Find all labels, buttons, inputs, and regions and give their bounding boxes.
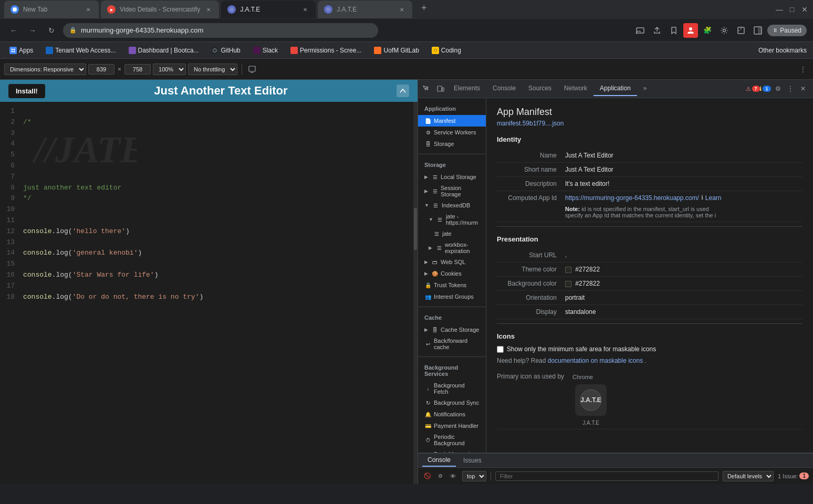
tab-sources[interactable]: Sources xyxy=(522,81,558,96)
sidebar-bg-fetch[interactable]: ↓ Background Fetch xyxy=(418,380,486,397)
devtools-more-icon[interactable]: ⋮ xyxy=(785,83,796,94)
dimensions-select[interactable]: Dimensions: Responsive xyxy=(4,64,86,75)
sidebar-push-messaging[interactable]: 📨 Push Messaging xyxy=(418,448,486,453)
bookmark-permissions[interactable]: Permissions - Scree... xyxy=(287,46,364,55)
device-toolbar-icon[interactable] xyxy=(246,64,258,75)
screencastify-close[interactable]: ✕ xyxy=(204,5,213,14)
clear-console-icon[interactable]: 🚫 xyxy=(422,471,433,481)
sidebar-payment-label: Payment Handler xyxy=(434,423,478,429)
minimize-button[interactable]: — xyxy=(775,5,784,14)
bookmark-icon[interactable] xyxy=(666,23,681,38)
maskable-icons-link[interactable]: documentation on maskable icons xyxy=(548,357,643,364)
width-input[interactable] xyxy=(88,64,114,75)
sidebar-indexeddb[interactable]: ▼ ☰ IndexedDB xyxy=(418,200,486,211)
tab-newtab[interactable]: New Tab ✕ xyxy=(4,1,99,18)
newtab-close[interactable]: ✕ xyxy=(84,5,92,14)
settings-gear-icon[interactable]: ⚙ xyxy=(772,83,784,94)
inspect-icon[interactable] xyxy=(420,83,432,94)
code-line-7 xyxy=(23,172,203,183)
sidebar-service-workers[interactable]: ⚙ Service Workers xyxy=(418,127,486,138)
sidebar-jate-store[interactable]: ☰ jate xyxy=(418,228,486,239)
default-levels-select[interactable]: Default levels xyxy=(723,471,774,481)
tab-elements[interactable]: Elements xyxy=(447,81,486,96)
jate1-close[interactable]: ✕ xyxy=(301,5,309,14)
dock-icon[interactable] xyxy=(751,23,765,38)
sidebar-local-storage[interactable]: ▶ ☰ Local Storage xyxy=(418,171,486,183)
devtools-close-icon[interactable]: ✕ xyxy=(797,83,809,94)
puzzle-icon[interactable] xyxy=(734,23,748,38)
warnings-badge-container[interactable]: ℹ 1 xyxy=(759,83,771,94)
computed-app-id-link[interactable]: https://murmuring-gorge-64335.herokuapp.… xyxy=(565,194,699,202)
zoom-select[interactable]: 100% xyxy=(153,64,186,75)
sidebar-bg-sync[interactable]: ↻ Background Sync xyxy=(418,397,486,408)
cast-icon[interactable] xyxy=(633,23,648,38)
context-selector[interactable]: top xyxy=(462,471,486,481)
bookmark-gitlab[interactable]: UofM GitLab xyxy=(371,46,422,55)
sidebar-session-storage[interactable]: ▶ ☰ Session Storage xyxy=(418,183,486,200)
tab-screencastify[interactable]: ▶ Video Details - Screencastify ✕ xyxy=(101,1,219,18)
profile-button[interactable] xyxy=(683,23,698,38)
payment-icon: 💳 xyxy=(424,422,432,429)
share-icon[interactable] xyxy=(650,23,664,38)
bookmark-coding[interactable]: ⬡ Coding xyxy=(429,46,464,55)
manifest-file-link[interactable]: manifest.59b1f79....json xyxy=(497,120,564,127)
install-button[interactable]: Install! xyxy=(8,84,45,98)
close-button[interactable]: ✕ xyxy=(800,5,809,14)
console-tab[interactable]: Console xyxy=(422,454,456,467)
back-button[interactable]: ← xyxy=(6,23,21,38)
more-tools-icon[interactable]: ⋮ xyxy=(797,64,809,75)
sidebar-cache-storage[interactable]: ▶ 🗄 Cache Storage xyxy=(418,324,486,335)
maskable-icons-checkbox[interactable] xyxy=(497,346,504,353)
tab-application[interactable]: Application xyxy=(593,81,637,96)
sidebar-trust-tokens[interactable]: 🔒 Trust Tokens xyxy=(418,279,486,291)
bookmark-dashboard[interactable]: Dashboard | Bootca... xyxy=(126,46,202,55)
sidebar-payment-handler[interactable]: 💳 Payment Handler xyxy=(418,420,486,432)
sidebar-interest-groups[interactable]: 👥 Interest Groups xyxy=(418,291,486,302)
sidebar-periodic-bg[interactable]: ⏱ Periodic Background xyxy=(418,432,486,448)
extensions-icon[interactable]: 🧩 xyxy=(700,23,715,38)
settings-icon[interactable] xyxy=(717,23,732,38)
forward-button[interactable]: → xyxy=(25,23,40,38)
sidebar-bfcache[interactable]: ↩ Back/forward cache xyxy=(418,335,486,352)
bookmark-slack[interactable]: Slack xyxy=(250,46,281,55)
vertical-scrollbar[interactable] xyxy=(413,102,418,484)
tab-network[interactable]: Network xyxy=(558,81,593,96)
identity-name-label: Name xyxy=(497,149,565,163)
preserve-log-icon[interactable]: ⚙ xyxy=(435,471,445,481)
errors-badge-container[interactable]: ⚠ 7 xyxy=(747,83,758,94)
filter-input[interactable] xyxy=(495,471,718,481)
tab-jate1[interactable]: J.A.T.E ✕ xyxy=(221,1,316,18)
code-content[interactable]: //JATE /* just another text editor */ co xyxy=(19,102,207,484)
jate2-close[interactable]: ✕ xyxy=(398,5,406,14)
console-bar: 🚫 ⚙ 👁 top Default levels 1 Issue: 1 xyxy=(418,468,813,484)
sidebar-jate-db[interactable]: ▼ ☰ jate - https://murm xyxy=(418,211,486,228)
address-field[interactable]: 🔒 murmuring-gorge-64335.herokuapp.com xyxy=(63,23,378,38)
maximize-button[interactable]: □ xyxy=(788,5,796,14)
tab-more[interactable]: » xyxy=(637,81,653,96)
height-input[interactable] xyxy=(124,64,151,75)
sidebar-storage[interactable]: 🗄 Storage xyxy=(418,138,486,150)
bookmark-apps[interactable]: Apps xyxy=(6,46,36,55)
bookmark-github[interactable]: ⬡ GitHub xyxy=(208,46,243,55)
issues-tab[interactable]: Issues xyxy=(458,455,487,466)
svg-point-14 xyxy=(12,50,13,52)
tab-jate2[interactable]: J.A.T.E ✕ xyxy=(318,1,412,18)
show-errors-icon[interactable]: 👁 xyxy=(447,471,458,481)
sidebar-notifications[interactable]: 🔔 Notifications xyxy=(418,408,486,420)
sidebar-cookies[interactable]: ▶ 🍪 Cookies xyxy=(418,268,486,279)
paused-button[interactable]: ⏸ Paused xyxy=(767,25,807,36)
expand-cookies: ▶ xyxy=(424,271,428,276)
sidebar-websql[interactable]: ▶ 🗃 Web SQL xyxy=(418,256,486,268)
new-tab-button[interactable]: + xyxy=(416,1,431,15)
other-bookmarks[interactable]: Other bookmarks xyxy=(758,47,807,54)
tab-console[interactable]: Console xyxy=(486,81,522,96)
bookmark-tenant[interactable]: Tenant Web Access... xyxy=(43,46,119,55)
learn-link[interactable]: Learn xyxy=(705,194,722,202)
reload-button[interactable]: ↻ xyxy=(44,23,59,38)
editor-area: Install! Just Another Text Editor 12345 … xyxy=(0,80,418,484)
sidebar-workbox[interactable]: ▶ ☰ workbox-expiration xyxy=(418,239,486,256)
throttle-select[interactable]: No throttling xyxy=(188,64,237,75)
device-mode-icon[interactable] xyxy=(435,83,446,94)
scrollbar-thumb[interactable] xyxy=(414,208,417,250)
sidebar-manifest[interactable]: 📄 Manifest xyxy=(418,115,486,127)
